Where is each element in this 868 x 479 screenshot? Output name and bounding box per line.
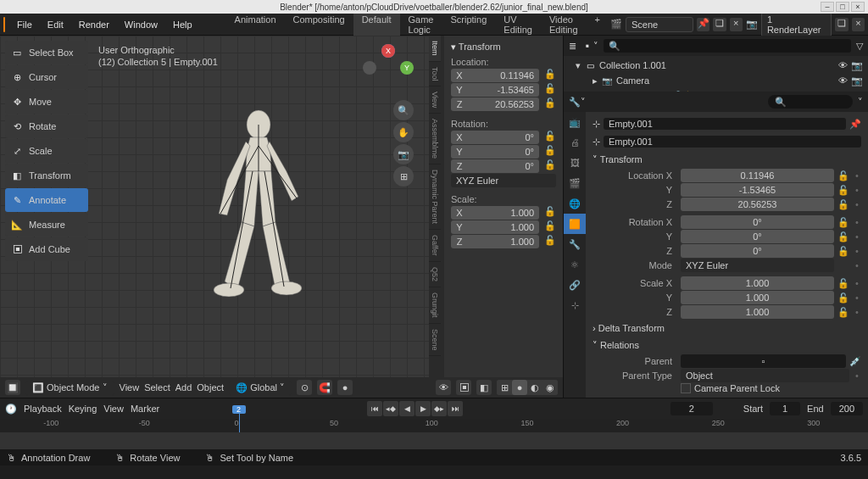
tool-move[interactable]: ✥Move xyxy=(5,90,88,114)
timeline-keying[interactable]: Keying xyxy=(69,404,97,414)
timeline-view[interactable]: View xyxy=(103,404,124,414)
menu-window[interactable]: Window xyxy=(118,16,164,33)
npanel-tab-tool[interactable]: Tool xyxy=(429,62,441,87)
overlay-toggle-icon[interactable]: 🞕 xyxy=(456,380,471,395)
prop-rot-x[interactable]: 0° xyxy=(681,215,834,229)
playhead[interactable] xyxy=(239,405,240,432)
tab-animation[interactable]: Animation xyxy=(226,11,285,38)
lock-icon[interactable]: 🔓 xyxy=(544,220,556,235)
minimize-button[interactable]: – xyxy=(821,2,834,12)
rotation-z-field[interactable]: Z0° xyxy=(451,159,539,173)
tool-cursor[interactable]: ⊕Cursor xyxy=(5,65,88,89)
lock-icon[interactable]: 🔓 xyxy=(544,159,556,174)
keyframe-prev-icon[interactable]: ◂◆ xyxy=(383,401,398,416)
menu-render[interactable]: Render xyxy=(72,16,116,33)
viewport-menu-object[interactable]: Object xyxy=(197,382,224,393)
gizmo-toggle-icon[interactable]: 👁 xyxy=(436,380,451,395)
lock-icon[interactable]: 🔓 xyxy=(837,246,849,257)
timeline-marker[interactable]: Marker xyxy=(131,404,159,414)
gizmo-x-icon[interactable]: X xyxy=(381,44,395,58)
ptab-object[interactable]: 🟧 xyxy=(564,214,586,234)
outliner-editor-icon[interactable]: ≣ xyxy=(569,41,576,52)
panel-relations-header[interactable]: ˅ Relations xyxy=(593,337,861,354)
disclosure-icon[interactable]: ▾ xyxy=(576,60,581,71)
end-frame-field[interactable]: 200 xyxy=(831,402,863,415)
lock-icon[interactable]: 🔓 xyxy=(544,235,556,249)
render-icon[interactable]: 📷 xyxy=(851,75,863,86)
animate-dot-icon[interactable]: • xyxy=(853,170,861,181)
pivot-icon[interactable]: ⊙ xyxy=(297,380,312,395)
timeline-track[interactable] xyxy=(0,432,868,449)
menu-file[interactable]: File xyxy=(10,16,39,33)
panel-delta-header[interactable]: › Delta Transform xyxy=(593,320,861,337)
panel-transform-header[interactable]: ˅ Transform xyxy=(593,151,861,169)
scene-delete-icon[interactable]: × xyxy=(730,18,743,31)
rendered-shading-icon[interactable]: ◉ xyxy=(542,380,558,395)
location-y-field[interactable]: Y-1.53465 xyxy=(451,83,539,97)
viewlayer-selector[interactable]: 1 RenderLayer xyxy=(761,12,832,37)
tool-transform[interactable]: ◧Transform xyxy=(5,164,88,187)
viewport-menu-view[interactable]: View xyxy=(120,382,140,393)
tool-select-box[interactable]: ▭Select Box xyxy=(5,41,88,64)
parent-field[interactable]: ▫ xyxy=(681,354,846,368)
lock-icon[interactable]: 🔓 xyxy=(837,278,849,289)
tab-uvediting[interactable]: UV Editing xyxy=(495,11,541,38)
rotation-x-field[interactable]: X0° xyxy=(451,131,539,144)
matprev-shading-icon[interactable]: ◐ xyxy=(527,380,542,395)
tool-add-cube[interactable]: 🞕Add Cube xyxy=(5,237,88,261)
npanel-tab-scene[interactable]: Scene xyxy=(429,324,441,357)
prop-rot-z[interactable]: 0° xyxy=(681,244,834,258)
current-frame-field[interactable]: 2 xyxy=(670,402,713,415)
rotation-mode-select[interactable]: XYZ Euler xyxy=(451,174,556,187)
lock-icon[interactable]: 🔓 xyxy=(544,206,556,220)
menu-edit[interactable]: Edit xyxy=(41,16,70,33)
npanel-tab-assemblme[interactable]: Assemblme xyxy=(429,114,441,164)
ptab-constraints[interactable]: 🔗 xyxy=(564,275,586,295)
tool-rotate[interactable]: ⟲Rotate xyxy=(5,114,88,138)
mode-select[interactable]: 🔳 Object Mode ˅ xyxy=(25,381,114,395)
pan-icon[interactable]: ✋ xyxy=(393,122,414,142)
play-icon[interactable]: ▶ xyxy=(415,401,431,416)
solid-shading-icon[interactable]: ● xyxy=(512,380,527,395)
animate-dot-icon[interactable]: • xyxy=(853,199,861,209)
animate-dot-icon[interactable]: • xyxy=(853,307,861,317)
outliner-row-camera[interactable]: ▸📷Camera👁📷 xyxy=(564,73,868,88)
hide-icon[interactable]: 👁 xyxy=(838,60,848,71)
ptab-output[interactable]: 🖨 xyxy=(564,132,586,153)
outliner-tree[interactable]: ▾▭Collection 1.001👁📷 ▸📷Camera👁📷 ▸▽jonesy… xyxy=(564,56,868,92)
tab-videoediting[interactable]: Video Editing xyxy=(541,11,587,38)
scene-selector[interactable]: Scene xyxy=(626,17,693,32)
camera-view-icon[interactable]: 📷 xyxy=(393,144,414,164)
ptab-modifiers[interactable]: 🔧 xyxy=(564,234,586,254)
timeline-editor-icon[interactable]: 🕐 xyxy=(5,404,17,415)
animate-dot-icon[interactable]: • xyxy=(853,246,861,256)
tab-default[interactable]: Default xyxy=(353,11,400,38)
properties-editor-icon[interactable]: 🔧˅ xyxy=(569,97,586,108)
disclosure-icon[interactable]: ▸ xyxy=(593,75,598,86)
gizmo-y-icon[interactable]: Y xyxy=(400,61,414,75)
prop-loc-z[interactable]: 20.56253 xyxy=(681,198,834,211)
hide-icon[interactable]: 👁 xyxy=(838,75,848,86)
rotation-y-field[interactable]: Y0° xyxy=(451,145,539,159)
scale-y-field[interactable]: Y1.000 xyxy=(451,220,539,234)
navigation-gizmo[interactable]: Z X Y xyxy=(363,44,414,95)
animate-dot-icon[interactable]: • xyxy=(853,217,861,227)
npanel-tab-item[interactable]: Item xyxy=(429,36,441,62)
character-mesh[interactable] xyxy=(195,103,322,358)
lock-icon[interactable]: 🔓 xyxy=(544,69,556,83)
lock-icon[interactable]: 🔓 xyxy=(837,231,849,242)
viewport-menu-select[interactable]: Select xyxy=(144,382,170,393)
scene-pin-icon[interactable]: 📌 xyxy=(697,18,709,31)
tool-measure[interactable]: 📐Measure xyxy=(5,213,88,237)
outliner-filter-icon[interactable]: ▽ xyxy=(856,41,863,52)
perspective-toggle-icon[interactable]: ⊞ xyxy=(393,166,414,187)
properties-search-input[interactable] xyxy=(768,95,853,109)
ptab-physics[interactable]: ⚛ xyxy=(564,254,586,275)
tab-gamelogic[interactable]: Game Logic xyxy=(400,11,442,38)
tool-annotate[interactable]: ✎Annotate xyxy=(5,188,88,212)
lock-icon[interactable]: 🔓 xyxy=(837,185,849,196)
npanel-tab-dynparent[interactable]: Dynamic Parent xyxy=(429,164,441,230)
outliner-search-input[interactable] xyxy=(604,39,851,53)
tab-scripting[interactable]: Scripting xyxy=(442,11,496,38)
animate-dot-icon[interactable]: • xyxy=(853,260,861,270)
